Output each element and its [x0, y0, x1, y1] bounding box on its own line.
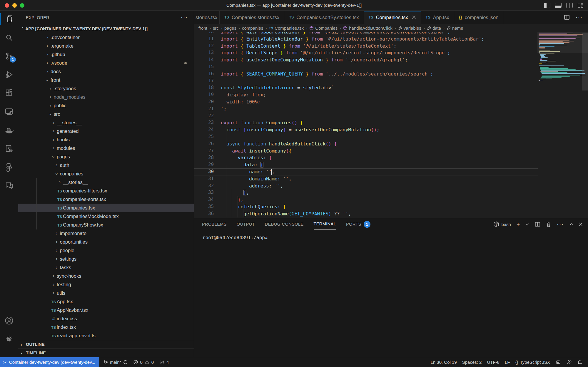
code-line-16[interactable]: 16import { SEARCH_COMPANY_QUERY } from '…: [194, 71, 538, 78]
code-line-11[interactable]: 11import { EntityTableActionBar } from '…: [194, 36, 538, 43]
more-actions-icon[interactable]: ···: [576, 14, 583, 21]
search-icon[interactable]: [0, 29, 18, 46]
sidebar-section-timeline[interactable]: ›TIMELINE: [18, 348, 194, 357]
code-line-27[interactable]: 27 await insertCompany({: [194, 148, 538, 155]
tree-item-app-tsx[interactable]: TSApp.tsx: [18, 297, 194, 306]
breadcrumb-item-pages[interactable]: pages: [224, 26, 236, 31]
terminal-dropdown-icon[interactable]: [525, 223, 529, 226]
tree-item-src[interactable]: ›src: [18, 110, 194, 118]
code-line-24[interactable]: 24 const [insertCompany] = useInsertOneC…: [194, 126, 538, 133]
code-line-15[interactable]: 15: [194, 63, 538, 71]
breadcrumb-item-companies[interactable]: Companies: [309, 26, 338, 31]
code-line-13[interactable]: 13import { RecoilScope } from '@/ui/util…: [194, 49, 538, 56]
tree-item-appnavbar-tsx[interactable]: TSAppNavbar.tsx: [18, 306, 194, 314]
code-line-20[interactable]: 20 width: 100%;: [194, 98, 538, 105]
code-line-19[interactable]: 19 display: flex;: [194, 91, 538, 98]
tree-item-docs[interactable]: ›docs: [18, 67, 194, 76]
panel-more-icon[interactable]: ···: [557, 221, 564, 227]
tab-companies-stories-tsx[interactable]: TSCompanies.stories.tsx: [220, 11, 284, 24]
code-line-26[interactable]: 26 async function handleAddButtonClick()…: [194, 140, 538, 148]
docker-icon[interactable]: [0, 122, 18, 138]
source-control-icon[interactable]: 1: [0, 48, 18, 64]
panel-tab-terminal[interactable]: TERMINAL: [314, 218, 336, 230]
tree-item-people[interactable]: ›people: [18, 246, 194, 255]
tree-item-companyshow-tsx[interactable]: TSCompanyShow.tsx: [18, 221, 194, 229]
code-line-28[interactable]: 28 variables: {: [194, 154, 538, 161]
split-editor-icon[interactable]: [564, 14, 570, 20]
code-line-32[interactable]: 32 address: '',: [194, 182, 538, 190]
sidebar-section-outline[interactable]: ›OUTLINE: [18, 340, 194, 348]
code-line-14[interactable]: 14import { useInsertOneCompanyMutation }…: [194, 56, 538, 63]
panel-tab-output[interactable]: OUTPUT: [237, 218, 255, 230]
figma-icon[interactable]: [0, 159, 18, 175]
split-terminal-icon[interactable]: [535, 222, 540, 227]
panel-tab-debug-console[interactable]: DEBUG CONSOLE: [265, 218, 304, 230]
tree-item-testing[interactable]: ›testing: [18, 280, 194, 289]
settings-gear-icon[interactable]: [0, 331, 18, 347]
explorer-actions-icon[interactable]: ···: [181, 14, 188, 21]
explorer-icon[interactable]: [0, 11, 18, 27]
tree-item-companiesmockmode-tsx[interactable]: TSCompaniesMockMode.tsx: [18, 212, 194, 221]
tree-item-utils[interactable]: ›utils: [18, 289, 194, 297]
remote-explorer-icon[interactable]: [0, 103, 18, 120]
code-line-34[interactable]: 34 },: [194, 196, 538, 203]
terminal-output[interactable]: root@0a42ecd84891:/app#: [203, 235, 268, 240]
encoding[interactable]: UTF-8: [484, 357, 502, 367]
tab-app-tsx[interactable]: TSApp.tsx: [421, 11, 454, 24]
tree-item--stories-[interactable]: ›__stories__: [18, 118, 194, 127]
code-line-29[interactable]: 29 data: {: [194, 161, 538, 168]
tree-item-companies-sorts-tsx[interactable]: TScompanies-sorts.tsx: [18, 195, 194, 204]
remote-indicator[interactable]: >< Container dev-twenty-dev (dev-twenty-…: [0, 357, 99, 367]
close-tab-icon[interactable]: [412, 15, 416, 19]
problems-indicator[interactable]: 0 0: [131, 357, 156, 367]
code-line-18[interactable]: 18const StyledTableContainer = styled.di…: [194, 84, 538, 91]
tree-item-index-tsx[interactable]: TSindex.tsx: [18, 323, 194, 331]
accounts-icon[interactable]: [0, 312, 18, 329]
comments-icon[interactable]: [0, 177, 18, 194]
panel-tab-problems[interactable]: PROBLEMS: [202, 218, 227, 230]
tab-companies-sortby-stories-tsx[interactable]: TSCompanies.sortBy.stories.tsx: [284, 11, 364, 24]
tree-item--github[interactable]: ›.github: [18, 50, 194, 59]
close-panel-icon[interactable]: [579, 222, 583, 226]
tree-item--vscode[interactable]: ›.vscode: [18, 59, 194, 67]
tree-item-opportunities[interactable]: ›opportunities: [18, 238, 194, 246]
editor-scrollbar[interactable]: [582, 33, 588, 91]
code-line-17[interactable]: 17: [194, 78, 538, 85]
tree-item-tasks[interactable]: ›tasks: [18, 263, 194, 272]
breadcrumb-item-companies-tsx[interactable]: TSCompanies.tsx: [269, 26, 304, 31]
panel-tab-ports[interactable]: PORTS1: [346, 218, 370, 230]
new-terminal-icon[interactable]: +: [517, 222, 520, 227]
code-line-36[interactable]: 36 getOperationName(GET_COMPANIES) ?? ''…: [194, 210, 538, 217]
tree-item-front[interactable]: ›front: [18, 76, 194, 84]
tree-item-index-css[interactable]: #index.css: [18, 314, 194, 323]
breadcrumb-item-front[interactable]: front: [198, 26, 207, 31]
tree-item--ergomake[interactable]: ›.ergomake: [18, 42, 194, 50]
tree-item--storybook[interactable]: ›.storybook: [18, 84, 194, 93]
tree-item--stories-[interactable]: ›__stories__: [18, 178, 194, 187]
breadcrumb-item-src[interactable]: src: [213, 26, 219, 31]
tree-item-react-app-env-d-ts[interactable]: TSreact-app-env.d.ts: [18, 331, 194, 340]
notifications-indicator[interactable]: [574, 357, 585, 367]
tree-item-public[interactable]: ›public: [18, 101, 194, 110]
toggle-panel-icon[interactable]: [555, 3, 562, 8]
code-line-31[interactable]: 31 domainName: '',: [194, 175, 538, 182]
feedback-indicator[interactable]: [564, 357, 574, 367]
code-line-33[interactable]: 33 },: [194, 189, 538, 196]
language-mode[interactable]: {} TypeScript JSX: [512, 357, 553, 367]
run-debug-icon[interactable]: [0, 66, 18, 83]
tab-companies-json[interactable]: {}companies.json: [454, 11, 504, 24]
workspace-section-header[interactable]: › APP [CONTAINER DEV-TWENTY-DEV (DEV-TWE…: [18, 24, 194, 33]
code-line-23[interactable]: 23export function Companies() {: [194, 119, 538, 126]
minimap-slider[interactable]: [537, 32, 588, 53]
breadcrumb-item-handleaddbuttonclick[interactable]: handleAddButtonClick: [343, 26, 392, 31]
extensions-icon[interactable]: [0, 85, 18, 101]
eol-sequence[interactable]: LF: [502, 357, 513, 367]
tree-item-pages[interactable]: ›pages: [18, 153, 194, 161]
toggle-sidebar-icon[interactable]: [544, 3, 550, 8]
tree-item-settings[interactable]: ›settings: [18, 255, 194, 263]
tree-item-auth[interactable]: ›auth: [18, 161, 194, 170]
breadcrumb-item-variables[interactable]: variables: [398, 26, 421, 31]
cursor-position[interactable]: Ln 30, Col 19: [428, 357, 459, 367]
terminal-shell-chip[interactable]: $ bash: [493, 221, 511, 227]
dev-containers-icon[interactable]: [0, 140, 18, 157]
